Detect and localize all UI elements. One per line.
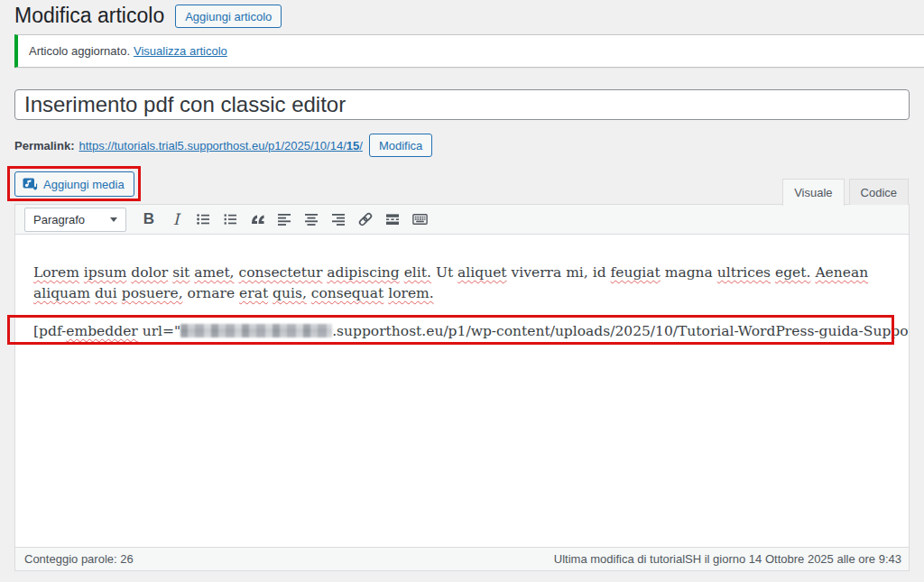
word: sit [172, 264, 189, 281]
format-select[interactable]: Paragrafo [24, 208, 126, 232]
word: posuere, [122, 285, 183, 301]
word: amet, [194, 264, 234, 281]
bold-button[interactable]: B [135, 207, 162, 232]
redacted-url-blur [180, 324, 332, 337]
word: adipiscing [327, 264, 400, 281]
word: lorem. [388, 285, 434, 301]
edit-post-screen: Modifica articolo Aggiungi articolo Arti… [0, 0, 924, 582]
numbered-list-icon [223, 212, 237, 226]
word: Ut [436, 264, 453, 281]
word: ipsum [84, 264, 127, 281]
word: Aenean [815, 264, 868, 281]
word: id [593, 264, 606, 281]
link-icon [357, 211, 374, 227]
align-left-icon [277, 212, 291, 226]
bulleted-list-button[interactable] [189, 207, 217, 232]
page-title: Modifica articolo [14, 3, 164, 30]
tab-visual[interactable]: Visuale [782, 179, 844, 206]
permalink-label: Permalink: [14, 139, 74, 152]
permalink: Permalink: https://tutorials.trial5.supp… [14, 133, 432, 158]
word: consectetur [238, 264, 322, 281]
word: elit. [404, 264, 431, 281]
shortcode-text: [pdf- [33, 323, 66, 339]
shortcode-line: [pdf-embedder url=".supporthost.eu/p1/wp… [33, 321, 896, 341]
shortcode-text: url=" [138, 323, 180, 339]
word: dui [95, 285, 117, 301]
word: viverra [512, 264, 562, 281]
permalink-link[interactable]: https://tutorials.trial5.supporthost.eu/… [79, 139, 362, 152]
word: magna [665, 264, 713, 281]
add-post-button[interactable]: Aggiungi articolo [175, 5, 282, 28]
word: eget. [775, 264, 810, 281]
read-more-icon [385, 212, 400, 226]
word: erat [239, 285, 268, 301]
post-title-input[interactable] [14, 89, 910, 120]
media-icon [23, 177, 38, 191]
align-center-icon [304, 212, 319, 226]
word: dolor [131, 264, 168, 281]
word: aliquam [33, 285, 90, 301]
align-left-button[interactable] [271, 207, 298, 232]
last-edited: Ultima modifica di tutorialSH il giorno … [554, 552, 901, 566]
chevron-down-icon [110, 217, 117, 222]
view-post-link[interactable]: Visualizza articolo [134, 44, 227, 58]
align-center-button[interactable] [298, 207, 325, 232]
editor-content[interactable]: Lorem ipsum dolor sit amet, consectetur … [15, 236, 909, 547]
permalink-edit-button[interactable]: Modifica [369, 134, 432, 157]
word: quis, [273, 285, 307, 301]
word: feugiat [611, 264, 661, 281]
toolbar-toggle-button[interactable] [406, 207, 433, 232]
bulleted-list-icon [196, 212, 210, 226]
editor-box: Paragrafo B I [14, 204, 910, 571]
update-notice: Articolo aggiornato. Visualizza articolo [14, 34, 924, 68]
add-media-button[interactable]: Aggiungi media [14, 171, 134, 197]
read-more-button[interactable] [379, 207, 406, 232]
insert-link-button[interactable] [352, 207, 379, 232]
word: mi, [566, 264, 588, 281]
shortcode-text: .supporthost.eu/p1/wp-content/uploads/20… [332, 323, 909, 339]
align-right-icon [331, 212, 346, 226]
page-header: Modifica articolo Aggiungi articolo [14, 0, 282, 32]
word: aliquet [457, 264, 506, 281]
word-count: Conteggio parole: 26 [24, 552, 134, 566]
blockquote-button[interactable] [244, 207, 271, 232]
notice-message: Articolo aggiornato. [29, 44, 130, 58]
editor-tabs: Visuale Codice [782, 179, 909, 206]
editor-toolbar: Paragrafo B I [15, 205, 909, 235]
italic-button[interactable]: I [162, 207, 189, 232]
word: ornare [188, 285, 236, 301]
shortcode-text: embedder [66, 323, 137, 339]
word: consequat [311, 285, 384, 301]
editor-statusbar: Conteggio parole: 26 Ultima modifica di … [15, 547, 909, 570]
tab-code[interactable]: Codice [849, 179, 909, 205]
align-right-button[interactable] [325, 207, 352, 232]
word: Lorem [33, 264, 79, 281]
word: ultrices [717, 264, 771, 281]
format-select-value: Paragrafo [33, 213, 85, 226]
toolbar-toggle-icon [412, 212, 428, 226]
lorem-paragraph: Lorem ipsum dolor sit amet, consectetur … [33, 263, 896, 304]
blockquote-icon [249, 212, 265, 226]
numbered-list-button[interactable] [217, 207, 244, 232]
add-media-label: Aggiungi media [43, 178, 125, 191]
